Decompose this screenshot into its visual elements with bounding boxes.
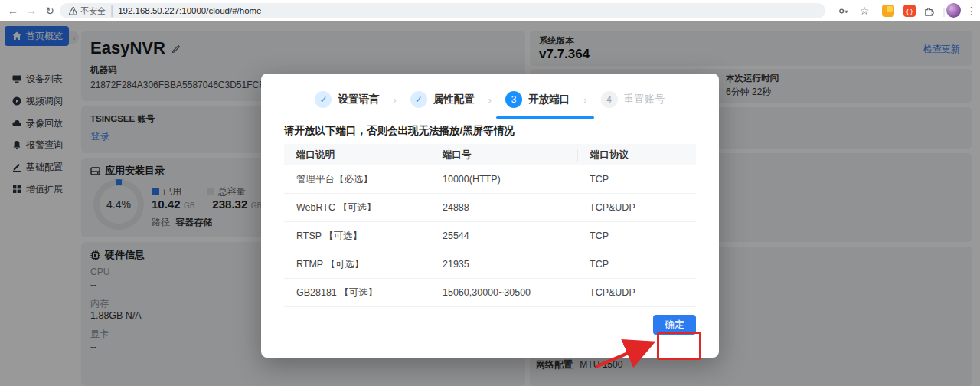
port-desc: GB28181 【可选】: [284, 286, 430, 299]
extensions-puzzle-icon[interactable]: [922, 4, 936, 18]
table-row: RTSP 【可选】 25544 TCP: [284, 222, 696, 250]
password-key-icon[interactable]: [836, 4, 850, 18]
step-set-language[interactable]: ✓ 设置语言: [315, 91, 379, 108]
step-label: 属性配置: [433, 93, 475, 106]
port-protocol: TCP&UDP: [577, 202, 696, 213]
check-icon: ✓: [410, 91, 427, 108]
table-header-row: 端口说明 端口号 端口协议: [284, 144, 696, 165]
port-protocol: TCP: [577, 231, 696, 241]
port-number: 15060,30000~30500: [430, 287, 577, 298]
app-page: 首页概览 设备列表 视频调阅 录像回放 报警查询 基础配置: [0, 21, 980, 386]
port-number: 10000(HTTP): [430, 174, 577, 185]
col-header-desc: 端口说明: [284, 149, 430, 162]
ports-notice: 请开放以下端口，否则会出现无法播放/黑屏等情况: [284, 124, 514, 138]
browser-forward-icon[interactable]: →: [23, 2, 40, 19]
screen: ← → ↻ 不安全 | 192.168.50.227:10000/cloud/#…: [0, 0, 980, 386]
port-desc: 管理平台【必选】: [284, 173, 430, 186]
table-row: WebRTC 【可选】 24888 TCP&UDP: [284, 194, 696, 222]
table-row: 管理平台【必选】 10000(HTTP) TCP: [284, 165, 696, 194]
chevron-right-icon: ›: [583, 94, 586, 106]
table-row: GB28181 【可选】 15060,30000~30500 TCP&UDP: [284, 279, 696, 307]
port-desc: RTMP 【可选】: [284, 258, 430, 271]
step-reset-account[interactable]: 4 重置账号: [601, 91, 665, 108]
not-secure-chip[interactable]: 不安全: [69, 5, 106, 17]
step-property-config[interactable]: ✓ 属性配置: [410, 91, 475, 108]
address-bar[interactable]: 不安全 | 192.168.50.227:10000/cloud/#/home: [60, 3, 825, 18]
security-label: 不安全: [80, 5, 106, 17]
port-protocol: TCP: [577, 174, 696, 185]
port-protocol: TCP&UDP: [577, 287, 696, 298]
bookmark-star-icon[interactable]: ☆: [858, 4, 871, 18]
step-label: 重置账号: [624, 93, 665, 106]
col-header-protocol: 端口协议: [577, 149, 696, 162]
browser-profile-avatar[interactable]: [946, 3, 961, 18]
port-number: 25544: [430, 231, 577, 241]
step-label: 开放端口: [528, 93, 570, 106]
warning-icon: [69, 7, 77, 15]
port-desc: WebRTC 【可选】: [284, 201, 430, 214]
step-open-ports[interactable]: 3 开放端口: [505, 91, 570, 108]
browser-menu-icon[interactable]: ⋮: [965, 4, 978, 18]
step-label: 设置语言: [338, 93, 379, 106]
browser-back-icon[interactable]: ←: [5, 2, 21, 19]
step-number: 4: [601, 91, 618, 108]
annotation-arrow: [591, 332, 662, 372]
port-number: 21935: [430, 259, 577, 270]
table-row: RTMP 【可选】 21935 TCP: [284, 250, 696, 279]
extension-orange-icon[interactable]: [882, 5, 894, 17]
port-number: 24888: [430, 202, 577, 213]
col-header-port: 端口号: [430, 149, 577, 162]
browser-reload-icon[interactable]: ↻: [41, 2, 58, 19]
port-desc: RTSP 【可选】: [284, 230, 430, 243]
chevron-right-icon: ›: [488, 94, 492, 106]
step-number: 3: [505, 91, 522, 108]
chevron-right-icon: ›: [393, 94, 396, 106]
check-icon: ✓: [315, 91, 332, 108]
extension-red-icon[interactable]: {·}: [903, 5, 916, 17]
url-text: 192.168.50.227:10000/cloud/#/home: [118, 6, 261, 15]
ports-table: 端口说明 端口号 端口协议 管理平台【必选】 10000(HTTP) TCP W…: [284, 144, 696, 307]
port-protocol: TCP: [577, 259, 696, 270]
wizard-steps: ✓ 设置语言 › ✓ 属性配置 › 3 开放端口 › 4 重置账号: [261, 89, 719, 110]
browser-toolbar: ← → ↻ 不安全 | 192.168.50.227:10000/cloud/#…: [0, 0, 980, 21]
annotation-highlight-box: [657, 332, 701, 360]
setup-wizard-modal: ✓ 设置语言 › ✓ 属性配置 › 3 开放端口 › 4 重置账号: [261, 74, 719, 358]
